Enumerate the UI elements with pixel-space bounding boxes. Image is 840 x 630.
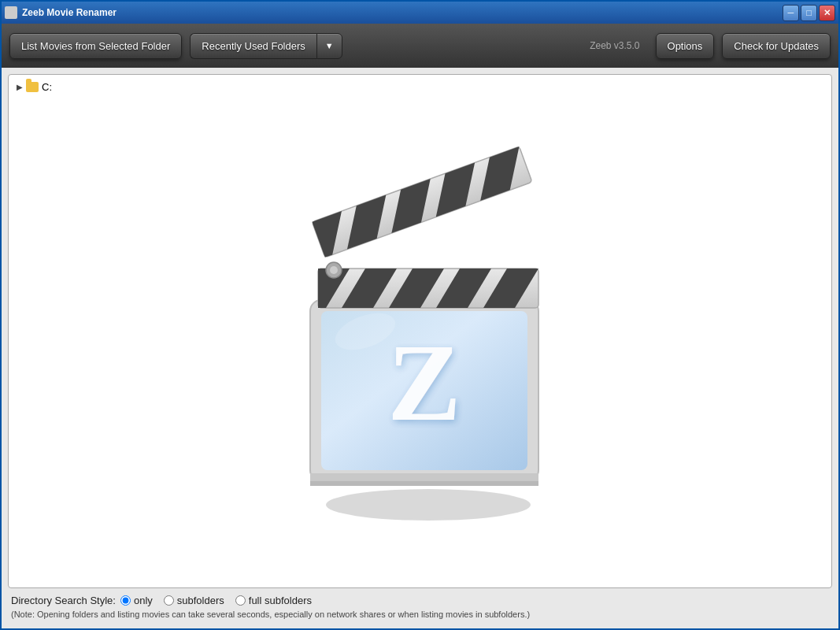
radio-subfolders-text: subfolders bbox=[177, 595, 224, 606]
search-style-label: Directory Search Style: bbox=[11, 595, 116, 606]
note-text: (Note: Opening folders and listing movie… bbox=[11, 610, 829, 619]
file-browser[interactable]: ▶ C: bbox=[8, 74, 832, 588]
list-movies-button[interactable]: List Movies from Selected Folder bbox=[9, 33, 182, 59]
radio-only-label[interactable]: only bbox=[120, 595, 153, 606]
radio-subfolders-label[interactable]: subfolders bbox=[164, 595, 224, 606]
check-updates-button[interactable]: Check for Updates bbox=[722, 33, 831, 59]
close-button[interactable]: ✕ bbox=[819, 5, 835, 21]
svg-rect-5 bbox=[310, 481, 538, 486]
search-style-row: Directory Search Style: only subfolders … bbox=[11, 595, 829, 606]
svg-point-13 bbox=[330, 266, 338, 274]
minimize-button[interactable]: ─ bbox=[783, 5, 799, 21]
svg-point-0 bbox=[326, 489, 531, 521]
recently-used-group: Recently Used Folders ▼ bbox=[190, 33, 342, 59]
main-content: ▶ C: bbox=[2, 68, 838, 628]
center-logo: Z bbox=[263, 135, 578, 528]
recently-used-button[interactable]: Recently Used Folders bbox=[190, 33, 316, 59]
radio-full-subfolders-label[interactable]: full subfolders bbox=[235, 595, 312, 606]
app-icon bbox=[5, 6, 17, 19]
title-bar-left: Zeeb Movie Renamer bbox=[5, 6, 117, 19]
window-title: Zeeb Movie Renamer bbox=[22, 7, 117, 18]
tree-root-item[interactable]: ▶ C: bbox=[13, 80, 827, 94]
toolbar: List Movies from Selected Folder Recentl… bbox=[2, 24, 838, 68]
radio-subfolders[interactable] bbox=[164, 595, 174, 606]
svg-text:Z: Z bbox=[387, 321, 461, 443]
tree-arrow: ▶ bbox=[17, 83, 23, 91]
maximize-button[interactable]: □ bbox=[801, 5, 817, 21]
radio-full-subfolders-text: full subfolders bbox=[249, 595, 312, 606]
radio-full-subfolders[interactable] bbox=[235, 595, 246, 606]
bottom-bar: Directory Search Style: only subfolders … bbox=[8, 588, 832, 622]
window-controls: ─ □ ✕ bbox=[783, 5, 835, 21]
title-bar: Zeeb Movie Renamer ─ □ ✕ bbox=[2, 2, 838, 24]
options-button[interactable]: Options bbox=[656, 33, 715, 59]
main-window: Zeeb Movie Renamer ─ □ ✕ List Movies fro… bbox=[0, 0, 840, 630]
version-label: Zeeb v3.5.0 bbox=[590, 40, 639, 51]
radio-group: only subfolders full subfolders bbox=[120, 595, 312, 606]
radio-only[interactable] bbox=[120, 595, 131, 606]
clapperboard-svg: Z bbox=[263, 135, 578, 528]
folder-icon bbox=[26, 82, 39, 92]
tree-root-label: C: bbox=[42, 81, 52, 93]
radio-only-text: only bbox=[134, 595, 153, 606]
recently-used-dropdown-button[interactable]: ▼ bbox=[316, 33, 342, 59]
